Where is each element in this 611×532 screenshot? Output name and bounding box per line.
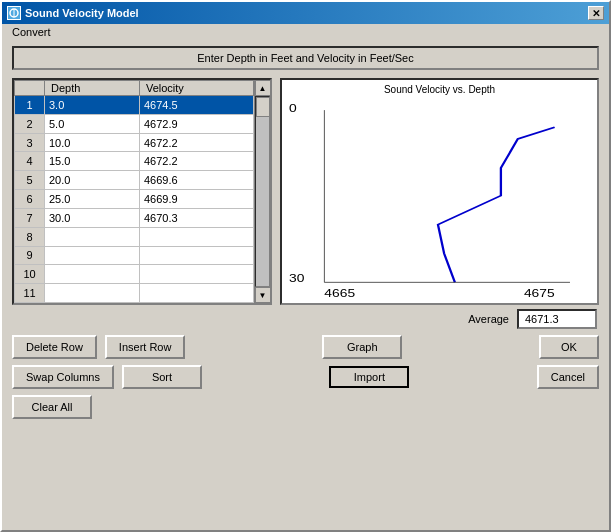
row-number: 10 bbox=[15, 265, 45, 284]
svg-text:30: 30 bbox=[289, 273, 305, 285]
row-velocity[interactable]: 4669.9 bbox=[139, 190, 253, 209]
sort-button[interactable]: Sort bbox=[122, 365, 202, 389]
svg-text:0: 0 bbox=[289, 103, 297, 115]
table-row[interactable]: 10 bbox=[15, 265, 254, 284]
title-bar: Sound Velocity Model ✕ bbox=[2, 2, 609, 24]
row-velocity[interactable]: 4672.2 bbox=[139, 133, 253, 152]
window-icon bbox=[7, 6, 21, 20]
row-number: 4 bbox=[15, 152, 45, 171]
row-velocity[interactable]: 4670.3 bbox=[139, 208, 253, 227]
table-row[interactable]: 8 bbox=[15, 227, 254, 246]
scroll-down-arrow[interactable]: ▼ bbox=[255, 287, 271, 303]
col-header-depth: Depth bbox=[45, 81, 140, 96]
main-area: Depth Velocity 13.04674.525.04672.9310.0… bbox=[12, 78, 599, 305]
row-number: 2 bbox=[15, 114, 45, 133]
menu-bar: Convert bbox=[2, 24, 609, 40]
graph-area: 0 30 4665 4675 bbox=[286, 99, 593, 299]
instruction-box: Enter Depth in Feet and Velocity in Feet… bbox=[12, 46, 599, 70]
row-velocity[interactable] bbox=[139, 265, 253, 284]
col-header-velocity: Velocity bbox=[139, 81, 253, 96]
row-velocity[interactable]: 4672.9 bbox=[139, 114, 253, 133]
table-row[interactable]: 730.04670.3 bbox=[15, 208, 254, 227]
row-number: 9 bbox=[15, 246, 45, 265]
table-scrollbar[interactable]: ▲ ▼ bbox=[254, 80, 270, 303]
delete-row-button[interactable]: Delete Row bbox=[12, 335, 97, 359]
row-depth[interactable]: 5.0 bbox=[45, 114, 140, 133]
graph-title: Sound Velocity vs. Depth bbox=[286, 84, 593, 95]
table-row[interactable]: 520.04669.6 bbox=[15, 171, 254, 190]
table-row[interactable]: 11 bbox=[15, 284, 254, 303]
row-depth[interactable]: 10.0 bbox=[45, 133, 140, 152]
row-depth[interactable]: 25.0 bbox=[45, 190, 140, 209]
table-row[interactable]: 310.04672.2 bbox=[15, 133, 254, 152]
table-row[interactable]: 25.04672.9 bbox=[15, 114, 254, 133]
col-header-rownum bbox=[15, 81, 45, 96]
table-section: Depth Velocity 13.04674.525.04672.9310.0… bbox=[12, 78, 272, 305]
title-bar-left: Sound Velocity Model bbox=[7, 6, 139, 20]
import-button[interactable]: Import bbox=[329, 366, 409, 388]
average-label: Average bbox=[468, 313, 509, 325]
row-number: 8 bbox=[15, 227, 45, 246]
table-row[interactable]: 625.04669.9 bbox=[15, 190, 254, 209]
average-value: 4671.3 bbox=[517, 309, 597, 329]
row-number: 7 bbox=[15, 208, 45, 227]
main-window: Sound Velocity Model ✕ Convert Enter Dep… bbox=[0, 0, 611, 532]
row-velocity[interactable]: 4672.2 bbox=[139, 152, 253, 171]
table-row[interactable]: 13.04674.5 bbox=[15, 96, 254, 115]
row-velocity[interactable] bbox=[139, 246, 253, 265]
instruction-text: Enter Depth in Feet and Velocity in Feet… bbox=[197, 52, 413, 64]
clear-all-button[interactable]: Clear All bbox=[12, 395, 92, 419]
row-number: 3 bbox=[15, 133, 45, 152]
svg-text:4665: 4665 bbox=[324, 288, 355, 299]
menu-convert[interactable]: Convert bbox=[8, 25, 55, 39]
row-depth[interactable] bbox=[45, 246, 140, 265]
row-depth[interactable] bbox=[45, 265, 140, 284]
row-depth[interactable]: 15.0 bbox=[45, 152, 140, 171]
ok-button[interactable]: OK bbox=[539, 335, 599, 359]
cancel-button[interactable]: Cancel bbox=[537, 365, 599, 389]
graph-button[interactable]: Graph bbox=[322, 335, 402, 359]
row-depth[interactable]: 3.0 bbox=[45, 96, 140, 115]
table-row[interactable]: 415.04672.2 bbox=[15, 152, 254, 171]
row-velocity[interactable] bbox=[139, 227, 253, 246]
row-number: 1 bbox=[15, 96, 45, 115]
row-number: 11 bbox=[15, 284, 45, 303]
close-button[interactable]: ✕ bbox=[588, 6, 604, 20]
scroll-up-arrow[interactable]: ▲ bbox=[255, 80, 271, 96]
row-velocity[interactable]: 4674.5 bbox=[139, 96, 253, 115]
svg-text:4675: 4675 bbox=[524, 288, 555, 299]
row-velocity[interactable] bbox=[139, 284, 253, 303]
graph-svg: 0 30 4665 4675 bbox=[286, 99, 593, 299]
window-title: Sound Velocity Model bbox=[25, 7, 139, 19]
data-table: Depth Velocity 13.04674.525.04672.9310.0… bbox=[14, 80, 254, 303]
scroll-track[interactable] bbox=[255, 96, 270, 287]
row-depth[interactable]: 30.0 bbox=[45, 208, 140, 227]
graph-section: Sound Velocity vs. Depth 0 30 4665 4675 bbox=[280, 78, 599, 305]
row-depth[interactable]: 20.0 bbox=[45, 171, 140, 190]
scroll-thumb[interactable] bbox=[256, 97, 270, 117]
row-depth[interactable] bbox=[45, 227, 140, 246]
content-area: Enter Depth in Feet and Velocity in Feet… bbox=[2, 40, 609, 425]
row-depth[interactable] bbox=[45, 284, 140, 303]
row-velocity[interactable]: 4669.6 bbox=[139, 171, 253, 190]
row-number: 5 bbox=[15, 171, 45, 190]
table-row[interactable]: 9 bbox=[15, 246, 254, 265]
row-number: 6 bbox=[15, 190, 45, 209]
insert-row-button[interactable]: Insert Row bbox=[105, 335, 186, 359]
swap-columns-button[interactable]: Swap Columns bbox=[12, 365, 114, 389]
